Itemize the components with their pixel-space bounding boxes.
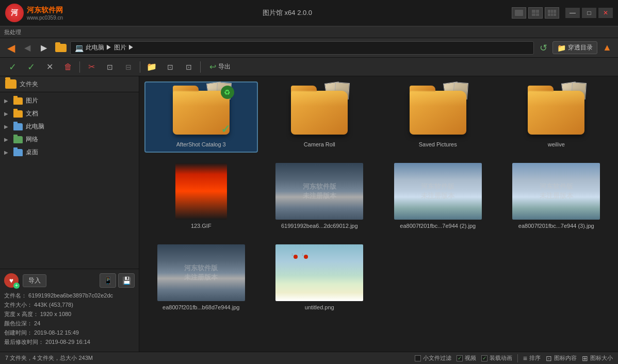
- export-button[interactable]: ↩ 导出: [204, 60, 236, 74]
- file-item-jpg2[interactable]: 河东软件版未注册版本 ea8007f201fbc...7e944 (2).jpg: [381, 158, 495, 234]
- view-thumb1[interactable]: [512, 7, 526, 19]
- penetrate-icon: 📁: [557, 44, 566, 52]
- folder-thumb: [407, 87, 469, 138]
- file-depth-value: 24: [34, 320, 40, 326]
- sort-button[interactable]: ≡ 排序: [523, 354, 541, 362]
- tree-arrow: ▶: [4, 111, 10, 117]
- cut-button[interactable]: ✂: [83, 60, 100, 74]
- close-button[interactable]: ✕: [598, 8, 613, 18]
- prev-button[interactable]: ◀: [20, 41, 35, 55]
- refresh-button[interactable]: ↺: [536, 41, 550, 55]
- img-preview: [512, 163, 600, 220]
- file-modified-value: 2019-08-29 16:14: [45, 339, 90, 345]
- view-toggle1-button[interactable]: ⊡: [162, 60, 178, 74]
- view-thumb2[interactable]: [528, 7, 543, 19]
- img-thumb: 河东软件版未注册版本: [275, 163, 363, 220]
- check-all-button[interactable]: ✓: [4, 60, 21, 74]
- video-checkbox[interactable]: 视频: [457, 354, 476, 362]
- file-name-label: 123.GIF: [191, 223, 212, 229]
- penetrate-label: 穿透目录: [568, 43, 593, 52]
- view-toggle2-button[interactable]: ⊡: [181, 60, 197, 74]
- tools-button[interactable]: ✕: [41, 60, 58, 74]
- export-icon: ↩: [209, 62, 216, 72]
- file-modified-label: 最后修改时间：: [4, 339, 44, 345]
- file-created-row: 创建时间： 2019-08-12 15:49: [4, 329, 135, 337]
- app-title: 图片馆 x64 2.0.0: [263, 8, 312, 18]
- file-name-row: 文件名： 61991992bea6be3897b7c02e2dc: [4, 292, 135, 300]
- check-partial-button[interactable]: ✓: [23, 60, 39, 74]
- import-icon: ♥: [4, 273, 19, 288]
- file-item-camera-roll[interactable]: Camera Roll: [263, 81, 377, 153]
- file-created-label: 创建时间：: [4, 329, 32, 336]
- file-grid: ♻ ✓ AfterShot Catalog 3 Camera Roll: [144, 81, 613, 316]
- icon-size-label: 图标大小: [590, 354, 613, 362]
- copy-button[interactable]: ⊡: [102, 60, 118, 74]
- file-modified-row: 最后修改时间： 2019-08-29 16:14: [4, 338, 135, 346]
- separator: [517, 354, 518, 362]
- icon-content-button[interactable]: ⊡ 图标内容: [546, 354, 577, 362]
- sidebar-item-pc[interactable]: ▶ 此电脑: [0, 120, 139, 133]
- sidebar-header-icon: [5, 79, 17, 89]
- file-view: ♻ ✓ AfterShot Catalog 3 Camera Roll: [139, 76, 618, 352]
- file-item-png[interactable]: ↕ ↕ untitled.png: [263, 239, 377, 316]
- status-right: 小文件过滤 视频 装载动画 ≡ 排序 ⊡ 图标内容 ⊞ 图标大小: [415, 354, 613, 362]
- file-name-value: 61991992bea6be3897b7c02e2dc: [28, 292, 113, 299]
- sidebar-item-network[interactable]: ▶ 网络: [0, 133, 139, 146]
- phone-import-btn[interactable]: 📱: [100, 273, 116, 288]
- file-size-value: 443K (453,778): [34, 302, 73, 308]
- paste-button[interactable]: ⊟: [120, 60, 137, 74]
- folder-icon: [13, 149, 23, 156]
- up-button[interactable]: ▲: [599, 41, 615, 55]
- file-name-label: weilive: [548, 141, 565, 147]
- sidebar-item-pictures[interactable]: ▶ 图片: [0, 94, 139, 107]
- card-import-btn[interactable]: 💾: [118, 273, 135, 288]
- sidebar-item-desktop[interactable]: ▶ 桌面: [0, 146, 139, 159]
- app-title-bar: 图片馆 x64 2.0.0: [67, 8, 508, 18]
- maximize-button[interactable]: □: [582, 8, 596, 18]
- img-preview: [275, 163, 363, 220]
- img-preview: [394, 163, 482, 220]
- file-item-gif[interactable]: 123.GIF: [144, 158, 258, 234]
- new-folder-button[interactable]: 📁: [143, 60, 160, 74]
- sidebar-tree: ▶ 图片 ▶ 文档 ▶ 此电脑 ▶ 网络: [0, 92, 139, 269]
- filter-cb[interactable]: [415, 355, 421, 361]
- logo-url: www.pc0359.cn: [27, 15, 63, 21]
- img-thumb: 河东软件版未注册版本: [157, 244, 245, 301]
- file-name-label: Camera Roll: [304, 141, 335, 147]
- sidebar-item-label: 此电脑: [26, 122, 44, 131]
- file-item-jpg3[interactable]: 河东软件版未注册版本 ea8007f201fbc...7e944 (3).jpg: [500, 158, 613, 234]
- address-bar[interactable]: 💻 此电脑 ▶ 图片 ▶: [70, 41, 534, 55]
- tree-arrow: ▶: [4, 98, 10, 104]
- logo-text: 河东软件网 www.pc0359.cn: [27, 6, 63, 21]
- img-thumb: [175, 163, 227, 220]
- file-depth-label: 颜色位深：: [4, 320, 32, 326]
- file-item-saved-pictures[interactable]: Saved Pictures: [381, 81, 495, 153]
- minimize-button[interactable]: —: [565, 8, 580, 18]
- icon-content-label: 图标内容: [554, 354, 577, 362]
- folder-button[interactable]: [54, 41, 68, 55]
- img-preview: [157, 244, 245, 301]
- sort-icon: ≡: [523, 354, 527, 362]
- sidebar-item-documents[interactable]: ▶ 文档: [0, 107, 139, 120]
- animation-cb[interactable]: [481, 355, 487, 361]
- next-button[interactable]: ▶: [36, 41, 52, 55]
- file-item-weilive[interactable]: weilive: [500, 81, 613, 153]
- main-content: 文件夹 ▶ 图片 ▶ 文档 ▶ 此电脑 ▶: [0, 76, 618, 352]
- import-button[interactable]: 导入: [23, 274, 46, 287]
- icon-size-button[interactable]: ⊞ 图标大小: [582, 354, 613, 362]
- file-item-jpg4[interactable]: 河东软件版未注册版本 ea8007f201fb...b68d7e944.jpg: [144, 239, 258, 316]
- video-cb[interactable]: [457, 355, 463, 361]
- import-bar: ♥ 导入 📱 💾: [4, 273, 135, 288]
- window-controls: — □ ✕: [512, 7, 613, 19]
- filter-checkbox[interactable]: 小文件过滤: [415, 354, 451, 362]
- penetrate-btn[interactable]: 📁 穿透目录: [552, 41, 597, 54]
- file-name-label: ea8007f201fb...b68d7e944.jpg: [162, 304, 239, 310]
- delete-button[interactable]: 🗑: [60, 60, 76, 74]
- img-preview: ↕ ↕: [275, 244, 363, 301]
- animation-checkbox[interactable]: 装载动画: [481, 354, 512, 362]
- view-thumb3[interactable]: [545, 7, 559, 19]
- file-item-aftershot[interactable]: ♻ ✓ AfterShot Catalog 3: [144, 81, 258, 153]
- back-button[interactable]: ◀: [3, 41, 19, 55]
- file-dimensions-row: 宽度 x 高度： 1920 x 1080: [4, 310, 135, 318]
- file-item-jpg1[interactable]: 河东软件版未注册版本 61991992bea6...2dc69012.jpg: [263, 158, 377, 234]
